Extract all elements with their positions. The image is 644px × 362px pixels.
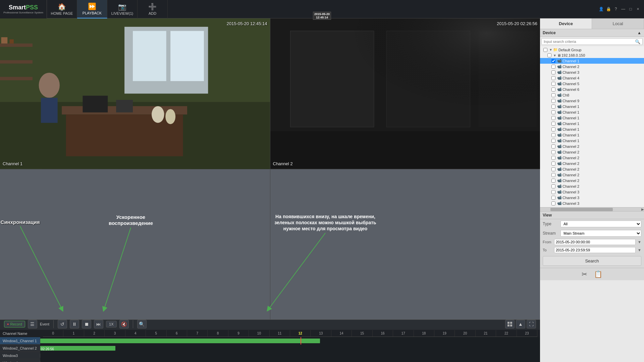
ch3-checkbox[interactable] [551,70,555,74]
nav-add[interactable]: ➕ ADD [138,0,168,18]
up-button[interactable]: ▲ [516,320,525,328]
tree-channel-2[interactable]: 📹 Channel 2 [540,64,644,69]
to-input[interactable] [554,247,636,253]
tree-channel-15[interactable]: 📹 Channel 1 [540,132,644,138]
sync-button[interactable]: ↺ [58,320,67,328]
ch2-checkbox[interactable] [551,65,555,69]
tree-channel-21[interactable]: 📹 Channel 2 [540,166,644,172]
stream-select[interactable]: Main Stream [560,230,641,237]
row2-bar[interactable]: 02:26:56 [40,346,115,351]
tree-channel-10[interactable]: 📹 Channel 1 [540,104,644,109]
ch9-checkbox[interactable] [551,99,555,103]
tree-scroll-thumb[interactable] [550,208,613,211]
video-cell-2[interactable]: 2015-05-20 02:26:56 Channel 2 [270,18,540,169]
svg-rect-24 [270,18,540,169]
tree-device[interactable]: ▼ 🖥 192.168.0.150 [540,53,644,58]
tree-channel-12[interactable]: 📹 Channel 1 [540,115,644,121]
video-cell-4[interactable] [270,169,540,320]
tree-channel-6[interactable]: 📹 Channel 6 [540,86,644,92]
row2-track[interactable]: 02:26:56 [40,345,540,352]
from-input[interactable] [554,239,636,245]
tree-channel-13[interactable]: 📹 Channel 1 [540,121,644,126]
event-label: Event [40,322,49,326]
video-cell-1[interactable]: 2015-05-20 12:45:14 Channel 1 [0,18,270,169]
download-icon[interactable]: 📋 [594,270,602,278]
tree-channel-4[interactable]: 📹 Channel 4 [540,75,644,81]
ch4-checkbox[interactable] [551,76,555,80]
speed-button[interactable]: 1X [106,321,116,327]
row3-track[interactable] [40,352,540,359]
zoom-button[interactable]: 🔍 [137,320,147,328]
mute-button[interactable]: 🔇 [119,320,129,328]
tree-channel-19[interactable]: 📹 Channel 2 [540,155,644,161]
tree-channel-16[interactable]: 📹 Channel 1 [540,138,644,143]
user-icon[interactable]: 👤 [598,6,604,12]
tree-scroll-right[interactable]: ▶ [641,207,644,211]
timeline-row-1[interactable]: Window1_Channel 1 [0,337,540,345]
device-checkbox[interactable] [547,53,551,57]
type-select[interactable]: All [560,221,641,227]
timeline-row-4[interactable]: Window4 [0,359,540,362]
row1-track[interactable] [40,337,540,345]
nav-liveview[interactable]: 📷 LIVEVIEW(1) [107,0,138,18]
tree-channel-26[interactable]: 📹 Channel 3 [540,195,644,200]
group-checkbox[interactable] [543,48,547,52]
minimize-button[interactable]: — [620,6,627,12]
timeline-row-2[interactable]: Window2_Channel 2 02:26:56 [0,345,540,352]
video-cell-3[interactable] [0,169,270,320]
tree-ch6-label: Channel 6 [562,87,579,92]
timeline-rows: Window1_Channel 1 Window2_Channel 2 02:2… [0,337,540,362]
ch8-checkbox[interactable] [551,93,555,97]
row3-name: Window3 [0,354,40,358]
tree-channel-20[interactable]: 📹 Channel 2 [540,161,644,166]
maximize-button[interactable]: □ [627,6,634,12]
tree-channel-11[interactable]: 📹 Channel 1 [540,109,644,115]
nav-playback[interactable]: ⏩ PLAYBACK [77,0,107,18]
device-search-input[interactable] [542,39,633,45]
event-button[interactable]: ☰ [28,320,37,328]
timeline-row-3[interactable]: Window3 [0,352,540,359]
device-collapse-icon[interactable]: ▲ [637,31,641,35]
next-icon: ⏭ [96,321,101,327]
tab-local[interactable]: Local [592,18,644,29]
tree-channel-18[interactable]: 📹 Channel 2 [540,149,644,155]
row4-track[interactable] [40,359,540,362]
tree-channel-22[interactable]: 📹 Channel 2 [540,172,644,178]
stop-button[interactable]: ⏹ [82,320,91,328]
ch1-checkbox[interactable] [551,59,555,63]
device-search-button[interactable]: 🔍 [633,39,642,45]
tree-channel-25[interactable]: 📹 Channel 3 [540,189,644,195]
tab-device[interactable]: Device [540,18,592,29]
help-icon[interactable]: ? [612,6,619,12]
search-button[interactable]: Search [543,256,641,266]
timeline-area: Channel Name 0 1 2 3 4 5 6 7 8 9 10 11 1… [0,328,540,362]
lock-icon[interactable]: 🔒 [605,6,612,12]
panel-device-section: Device ▲ 🔍 ▼ 📁 Default Group [540,29,644,211]
tree-channel-14[interactable]: 📹 Channel 1 [540,126,644,132]
tree-default-group[interactable]: ▼ 📁 Default Group [540,47,644,53]
to-calendar-icon[interactable]: ▼ [638,248,641,252]
tree-channel-24[interactable]: 📹 Channel 2 [540,183,644,189]
tree-channel-8[interactable]: 📹 Ch8 [540,92,644,98]
row1-bar[interactable] [40,339,320,343]
scissors-icon[interactable]: ✂ [582,270,587,278]
next-button[interactable]: ⏭ [94,320,103,328]
grid-layout-button[interactable] [505,320,515,328]
tree-channel-1[interactable]: 📹 Channel 1 [540,58,644,64]
nav-home[interactable]: 🏠 HOME PAGE [47,0,77,18]
tree-channel-23[interactable]: 📹 Channel 2 [540,178,644,183]
tree-channel-5[interactable]: 📹 Channel 5 [540,81,644,86]
close-button[interactable]: × [635,6,641,12]
pause-button[interactable]: ⏸ [70,320,79,328]
tree-scrollbar[interactable]: ▶ [540,207,644,211]
ch6-checkbox[interactable] [551,87,555,92]
ch5-checkbox[interactable] [551,82,555,86]
device-search-box[interactable]: 🔍 [541,38,643,45]
record-button[interactable]: ● Record [4,321,25,327]
tree-channel-3[interactable]: 📹 Channel 3 [540,69,644,75]
from-calendar-icon[interactable]: ▼ [638,240,641,244]
tree-channel-17[interactable]: 📹 Channel 2 [540,143,644,149]
tree-channel-9[interactable]: 📹 Channel 9 [540,98,644,104]
fullscreen-button[interactable]: ⛶ [527,320,536,328]
tree-channel-27[interactable]: 📹 Channel 3 [540,200,644,206]
